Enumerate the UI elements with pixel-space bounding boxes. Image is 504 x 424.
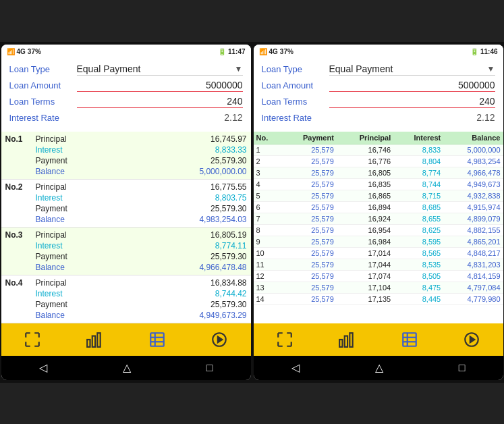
cell-no-4: 4 — [254, 178, 281, 190]
table-row-7: 7 25,579 16,924 8,655 4,899,079 — [254, 213, 503, 224]
cell-interest-7: 8,655 — [393, 213, 443, 224]
cell-balance-7: 4,899,079 — [443, 213, 503, 224]
group-val-interest-2: 8,803.75 — [215, 193, 247, 203]
group-label-interest-2: Interest — [36, 193, 215, 203]
cell-no-14: 14 — [254, 293, 281, 304]
left-play-icon[interactable] — [211, 331, 228, 348]
cell-payment-5: 25,579 — [280, 190, 336, 201]
group-row-principal-4: No.4 Principal 16,834.88 — [5, 277, 247, 288]
left-phone: 📶 4G 37% 🔋 11:47 Loan Type Equal Payment… — [1, 45, 251, 380]
right-back-btn[interactable]: ◁ — [291, 361, 300, 374]
cell-payment-1: 25,579 — [280, 144, 336, 155]
left-loan-type-label: Loan Type — [9, 64, 77, 74]
right-loan-terms-value[interactable]: 240 — [329, 96, 495, 108]
right-loan-terms-row: Loan Terms 240 — [262, 96, 495, 108]
screen-container: 📶 4G 37% 🔋 11:47 Loan Type Equal Payment… — [0, 42, 504, 383]
left-recent-btn[interactable]: □ — [206, 362, 213, 374]
right-form-section: Loan Type Equal Payment ▼ Loan Amount 50… — [254, 59, 503, 132]
left-loan-terms-value[interactable]: 240 — [77, 96, 243, 108]
cell-no-9: 9 — [254, 236, 281, 247]
right-phone-content: Loan Type Equal Payment ▼ Loan Amount 50… — [254, 59, 503, 323]
group-row-payment-2: Payment 25,579.30 — [5, 203, 247, 214]
col-interest: Interest — [393, 132, 443, 144]
cell-principal-6: 16,894 — [337, 201, 393, 213]
right-table-icon[interactable] — [401, 331, 418, 348]
left-groups-container: No.1 Principal 16,745.97 Interest 8,833.… — [1, 132, 251, 323]
svg-marker-8 — [218, 336, 223, 342]
table-row-3: 3 25,579 16,805 8,774 4,966,478 — [254, 167, 503, 178]
group-row-payment-4: Payment 25,579.30 — [5, 299, 247, 310]
group-block-4: No.4 Principal 16,834.88 Interest 8,744.… — [1, 275, 251, 323]
right-loan-amount-value[interactable]: 5000000 — [329, 80, 495, 92]
group-no-3: No.3 — [5, 230, 36, 240]
cell-principal-12: 17,074 — [337, 270, 393, 282]
cell-no-13: 13 — [254, 282, 281, 293]
group-row-principal-1: No.1 Principal 16,745.97 — [5, 134, 247, 144]
right-interest-rate-value[interactable]: 2.12 — [329, 112, 495, 124]
group-block-3: No.3 Principal 16,805.19 Interest 8,774.… — [1, 228, 251, 275]
right-loan-table: No. Payment Principal Interest Balance 1… — [254, 132, 503, 305]
left-back-btn[interactable]: ◁ — [39, 361, 47, 374]
svg-rect-11 — [350, 333, 353, 347]
table-row-9: 9 25,579 16,984 8,595 4,865,201 — [254, 236, 503, 247]
group-block-1: No.1 Principal 16,745.97 Interest 8,833.… — [1, 132, 251, 180]
left-table-section: No.1 Principal 16,745.97 Interest 8,833.… — [1, 132, 251, 323]
right-home-btn[interactable]: △ — [375, 361, 383, 374]
right-play-icon[interactable] — [463, 331, 480, 348]
right-expand-icon[interactable] — [276, 331, 293, 348]
left-table-icon[interactable] — [148, 331, 166, 348]
left-loan-amount-value[interactable]: 5000000 — [77, 80, 243, 92]
group-val-payment-2: 25,579.30 — [211, 204, 246, 213]
group-label-interest-4: Interest — [36, 289, 215, 298]
group-row-balance-3: Balance 4,966,478.48 — [5, 262, 247, 273]
left-expand-icon[interactable] — [24, 331, 41, 348]
cell-balance-3: 4,966,478 — [443, 167, 503, 178]
right-bottom-nav — [254, 323, 503, 356]
group-val-payment-1: 25,579.30 — [211, 156, 246, 165]
cell-interest-13: 8,475 — [393, 282, 443, 293]
group-row-balance-1: Balance 5,000,000.00 — [5, 166, 247, 177]
right-dropdown-arrow: ▼ — [487, 64, 495, 74]
left-interest-rate-value[interactable]: 2.12 — [77, 112, 243, 124]
table-row-8: 8 25,579 16,954 8,625 4,882,155 — [254, 224, 503, 236]
cell-balance-2: 4,983,254 — [443, 155, 503, 167]
col-no: No. — [254, 132, 281, 144]
table-row-14: 14 25,579 17,135 8,445 4,779,980 — [254, 293, 503, 304]
right-table-section: No. Payment Principal Interest Balance 1… — [254, 132, 503, 323]
svg-rect-9 — [339, 340, 342, 347]
status-4g-left: 4G — [17, 48, 26, 55]
right-loan-type-row: Loan Type Equal Payment ▼ — [262, 63, 495, 76]
right-interest-rate-label: Interest Rate — [262, 113, 329, 123]
group-label-principal-4: Principal — [36, 278, 211, 288]
table-row-4: 4 25,579 16,835 8,744 4,949,673 — [254, 178, 503, 190]
cell-principal-9: 16,984 — [337, 236, 393, 247]
cell-balance-13: 4,797,084 — [443, 282, 503, 293]
right-loan-type-dropdown[interactable]: Equal Payment ▼ — [329, 63, 495, 76]
right-status-bar: 📶 4G 37% 🔋 11:46 — [254, 45, 503, 59]
cell-principal-11: 17,044 — [337, 259, 393, 270]
cell-balance-1: 5,000,000 — [443, 144, 503, 155]
left-form-section: Loan Type Equal Payment ▼ Loan Amount 50… — [1, 59, 251, 132]
group-row-interest-4: Interest 8,744.42 — [5, 288, 247, 299]
svg-rect-1 — [92, 336, 95, 346]
right-chart-icon[interactable] — [338, 331, 356, 348]
left-status-bar: 📶 4G 37% 🔋 11:47 — [1, 45, 251, 59]
group-label-payment-3: Payment — [36, 252, 211, 261]
left-home-btn[interactable]: △ — [123, 361, 131, 374]
cell-principal-4: 16,835 — [337, 178, 393, 190]
cell-interest-1: 8,833 — [393, 144, 443, 155]
table-row-12: 12 25,579 17,074 8,505 4,814,159 — [254, 270, 503, 282]
cell-principal-2: 16,776 — [337, 155, 393, 167]
cell-no-7: 7 — [254, 213, 281, 224]
cell-interest-10: 8,565 — [393, 247, 443, 259]
right-recent-btn[interactable]: □ — [459, 362, 466, 374]
left-chart-icon[interactable] — [86, 331, 103, 348]
left-loan-amount-row: Loan Amount 5000000 — [9, 80, 243, 92]
cell-payment-3: 25,579 — [280, 167, 336, 178]
left-loan-type-dropdown[interactable]: Equal Payment ▼ — [77, 63, 243, 76]
group-row-payment-3: Payment 25,579.30 — [5, 251, 247, 262]
cell-balance-12: 4,814,159 — [443, 270, 503, 282]
right-table-body: 1 25,579 16,746 8,833 5,000,000 2 25,579… — [254, 144, 503, 304]
group-label-payment-1: Payment — [36, 156, 211, 165]
cell-interest-8: 8,625 — [393, 224, 443, 236]
